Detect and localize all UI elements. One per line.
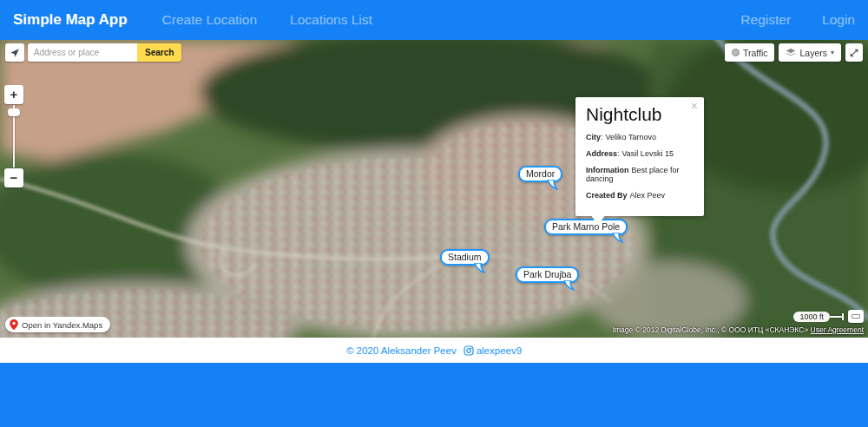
popup-field-city: City:Veliko Tarnovo [586, 133, 694, 141]
field-label: Address [586, 149, 617, 158]
fullscreen-button[interactable] [845, 43, 863, 62]
popup-field-address: Address:Vasil Levski 15 [586, 149, 694, 158]
simple-map-app: Simple Map App Create Location Locations… [0, 0, 868, 427]
balloon-tail [611, 233, 623, 243]
map-attribution: Image © 2012 DigitalGlobe, Inc., © ООО И… [613, 325, 864, 334]
user-agreement-link[interactable]: User Agreement [811, 325, 864, 334]
field-label: Information [586, 166, 629, 174]
field-label: Created By [586, 191, 628, 200]
copyright-text: © 2020 Aleksander Peev [346, 345, 457, 356]
zoom-out-button[interactable]: − [4, 168, 23, 187]
map-canvas[interactable]: Search Traffic Layers ▾ [0, 40, 868, 338]
chevron-down-icon: ▾ [831, 49, 834, 56]
field-label: City [586, 133, 601, 141]
marker-label: Park Drujba [523, 269, 571, 279]
popup-field-created-by: Created ByAlex Peev [586, 191, 694, 200]
footer: © 2020 Aleksander Peev alexpeev9 [0, 338, 868, 363]
marker-park-marno-pole[interactable]: Park Marno Pole [544, 219, 628, 235]
geolocate-button[interactable] [5, 43, 24, 62]
traffic-light-icon [732, 49, 740, 56]
location-arrow-icon [10, 48, 20, 58]
field-value: Vasil Levski 15 [622, 149, 674, 158]
scale-line [830, 316, 842, 318]
map-pin-icon [10, 319, 18, 330]
balloon-tail [473, 263, 485, 273]
marker-stadium[interactable]: Stadium [440, 249, 490, 266]
zoom-slider-handle[interactable] [8, 108, 20, 116]
layers-label: Layers [799, 48, 827, 58]
nav-login[interactable]: Login [822, 12, 855, 28]
ruler-icon [852, 314, 860, 319]
field-value: Alex Peev [630, 191, 666, 200]
ruler-button[interactable] [848, 310, 864, 323]
search-input[interactable] [28, 43, 137, 62]
location-popup: × Nightclub City:Veliko Tarnovo Address:… [575, 97, 704, 216]
balloon-tail [562, 280, 575, 291]
scale-tick [842, 313, 844, 320]
map-search-bar: Search [5, 43, 181, 62]
badge-label: Open in Yandex.Maps [22, 320, 102, 330]
satellite-imagery [0, 40, 868, 338]
marker-label: Park Marno Pole [552, 221, 620, 232]
footer-bar [0, 363, 868, 427]
map-layer-controls: Traffic Layers ▾ [725, 43, 863, 62]
marker-label: Stadium [448, 252, 482, 262]
marker-mordor[interactable]: Mordor [518, 166, 562, 182]
instagram-handle: alexpeev9 [477, 345, 522, 356]
popup-field-information: InformationBest place for dancing [586, 166, 694, 183]
nav-locations-list[interactable]: Locations List [290, 12, 372, 28]
zoom-in-button[interactable]: + [4, 85, 23, 104]
search-box: Search [28, 43, 181, 62]
nav-register[interactable]: Register [740, 12, 791, 28]
marker-label: Mordor [526, 168, 555, 179]
popup-title: Nightclub [586, 104, 694, 125]
map-scale: 1000 ft [793, 310, 864, 323]
zoom-slider-track[interactable] [13, 105, 15, 168]
field-separator: : [601, 133, 603, 141]
field-separator: : [617, 149, 620, 158]
brand-link[interactable]: Simple Map App [13, 11, 128, 29]
marker-park-drujba[interactable]: Park Drujba [516, 266, 579, 283]
open-in-yandex-maps-button[interactable]: Open in Yandex.Maps [5, 317, 110, 332]
layers-button[interactable]: Layers ▾ [779, 43, 841, 62]
popup-tail [591, 215, 605, 226]
traffic-button[interactable]: Traffic [725, 43, 775, 62]
scale-label: 1000 ft [793, 312, 830, 322]
traffic-label: Traffic [743, 48, 768, 58]
nav-auth-group: Register Login [740, 12, 855, 28]
search-button[interactable]: Search [137, 43, 181, 62]
navbar: Simple Map App Create Location Locations… [0, 0, 868, 40]
attribution-text: Image © 2012 DigitalGlobe, Inc., © ООО И… [613, 325, 809, 334]
instagram-icon [464, 345, 474, 356]
field-value: Veliko Tarnovo [606, 133, 656, 141]
layers-icon [786, 48, 796, 57]
nav-create-location[interactable]: Create Location [162, 12, 257, 28]
close-icon[interactable]: × [691, 100, 698, 112]
balloon-tail [546, 180, 558, 190]
instagram-link[interactable]: alexpeev9 [464, 345, 522, 356]
zoom-control: + − [4, 85, 23, 187]
fullscreen-icon [849, 48, 859, 58]
